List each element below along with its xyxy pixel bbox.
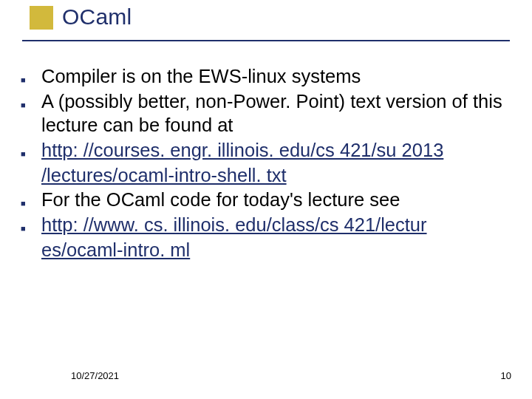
title-underline xyxy=(22,40,510,41)
bullet-icon: ■ xyxy=(21,68,41,86)
bullet-item: ■ http: //www. cs. illinois. edu/class/c… xyxy=(21,214,519,237)
bullet-link[interactable]: http: //courses. engr. illinois. edu/cs … xyxy=(41,139,443,163)
bullet-item: ■ Compiler is on the EWS-linux systems xyxy=(21,65,519,89)
slide-body: ■ Compiler is on the EWS-linux systems ■… xyxy=(21,65,519,264)
bullet-icon: ■ xyxy=(21,191,41,209)
bullet-text: A (possibly better, non-Power. Point) te… xyxy=(41,90,519,137)
bullet-item-continuation: /lectures/ocaml-intro-shell. txt xyxy=(21,164,519,188)
bullet-link[interactable]: es/ocaml-intro. ml xyxy=(41,239,190,262)
title-accent-square xyxy=(30,6,53,30)
bullet-item: ■ http: //courses. engr. illinois. edu/c… xyxy=(21,139,519,163)
footer-page-number: 10 xyxy=(501,370,511,381)
bullet-item: ■ For the OCaml code for today's lecture… xyxy=(21,188,519,212)
bullet-text: Compiler is on the EWS-linux systems xyxy=(41,65,361,89)
bullet-spacer xyxy=(21,174,41,182)
bullet-link[interactable]: /lectures/ocaml-intro-shell. txt xyxy=(41,164,287,188)
bullet-icon: ■ xyxy=(21,93,41,111)
bullet-icon: ■ xyxy=(21,216,41,234)
bullet-icon: ■ xyxy=(21,142,41,160)
bullet-link[interactable]: http: //www. cs. illinois. edu/class/cs … xyxy=(41,214,427,237)
bullet-item-continuation: es/ocaml-intro. ml xyxy=(21,239,519,262)
title-bar: OCaml xyxy=(0,0,532,47)
footer-date: 10/27/2021 xyxy=(71,370,119,381)
bullet-spacer xyxy=(21,249,41,256)
bullet-item: ■ A (possibly better, non-Power. Point) … xyxy=(21,90,519,137)
slide: OCaml ■ Compiler is on the EWS-linux sys… xyxy=(0,0,532,399)
bullet-text: For the OCaml code for today's lecture s… xyxy=(41,188,400,212)
slide-title: OCaml xyxy=(62,4,132,30)
